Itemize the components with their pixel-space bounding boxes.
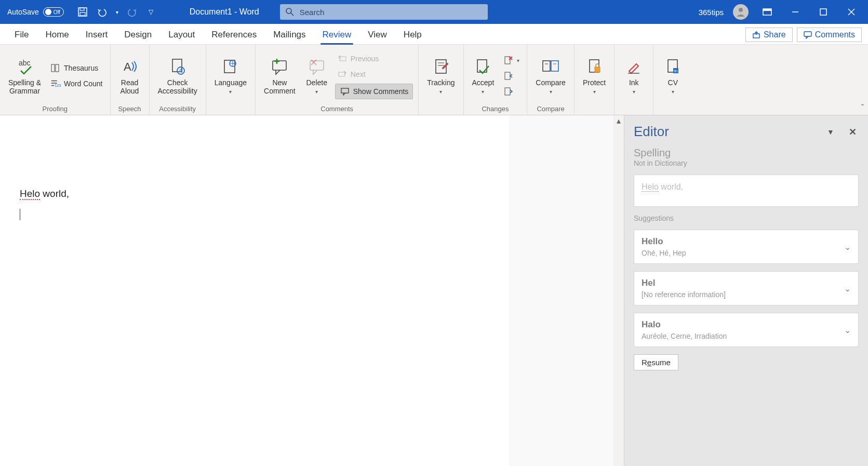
check-accessibility-button[interactable]: Check Accessibility: [155, 48, 201, 104]
read-aloud-label: Read Aloud: [121, 78, 139, 95]
spelling-grammar-button[interactable]: abc Spelling & Grammar: [5, 48, 44, 104]
spelling-error-word[interactable]: Helo: [20, 188, 40, 200]
new-comment-button[interactable]: New Comment: [261, 48, 299, 104]
document-line-2: [20, 209, 492, 223]
suggestion-item[interactable]: Hello Ohé, Hé, Hep ⌄: [634, 230, 859, 264]
chevron-down-icon[interactable]: ⌄: [844, 325, 851, 335]
editor-section-subtitle: Not in Dictionary: [634, 159, 859, 167]
autosave-toggle[interactable]: Off: [43, 7, 64, 17]
maximize-icon[interactable]: [814, 3, 833, 21]
cv-button[interactable]: in CV▾: [659, 48, 687, 104]
language-button[interactable]: Language▾: [211, 48, 250, 104]
previous-change-button[interactable]: [501, 70, 522, 82]
chevron-down-icon[interactable]: ⌄: [844, 284, 851, 294]
editor-pane: Editor ▼ ✕ Spelling Not in Dictionary He…: [624, 115, 868, 466]
tracking-button[interactable]: Tracking▾: [424, 48, 458, 104]
spelling-grammar-label: Spelling & Grammar: [8, 78, 41, 95]
suggestion-item[interactable]: Halo Auréole, Cerne, Irradiation ⌄: [634, 313, 859, 347]
suggestion-item[interactable]: Hel [No reference information] ⌄: [634, 271, 859, 305]
word-count-button[interactable]: 123 Word Count: [48, 77, 104, 90]
document-area[interactable]: Helo world,: [0, 115, 613, 466]
collapse-ribbon-icon[interactable]: ˆ: [861, 103, 864, 113]
svg-rect-9: [820, 9, 826, 15]
svg-rect-13: [804, 32, 811, 36]
document-line-1: Helo world,: [20, 188, 492, 199]
tab-review[interactable]: Review: [314, 25, 360, 44]
tab-mailings[interactable]: Mailings: [265, 25, 314, 44]
compare-label: Compare: [536, 78, 566, 87]
redo-icon[interactable]: [126, 6, 138, 18]
protect-button[interactable]: Protect▾: [580, 48, 609, 104]
check-accessibility-label: Check Accessibility: [158, 78, 197, 95]
cv-icon: in: [663, 57, 683, 76]
editor-pane-options-icon[interactable]: ▼: [824, 126, 837, 138]
read-aloud-button[interactable]: A Read Aloud: [116, 48, 144, 104]
tab-home[interactable]: Home: [37, 25, 77, 44]
close-icon[interactable]: [842, 3, 861, 21]
svg-point-23: [177, 67, 184, 74]
share-button[interactable]: Share: [745, 28, 793, 42]
reject-button[interactable]: ▾: [501, 54, 522, 66]
tab-help[interactable]: Help: [395, 25, 430, 44]
svg-rect-44: [505, 72, 510, 79]
show-comments-icon: [340, 86, 350, 97]
previous-comment-button[interactable]: Previous: [335, 52, 413, 65]
new-comment-label: New Comment: [264, 78, 296, 95]
editor-pane-close-icon[interactable]: ✕: [846, 126, 859, 138]
scroll-up-icon[interactable]: ▴: [615, 116, 623, 125]
svg-rect-47: [551, 61, 558, 71]
text-cursor: [20, 209, 20, 220]
accept-button[interactable]: Accept▾: [469, 48, 498, 104]
user-label: 365tips: [699, 8, 724, 17]
person-icon: [735, 6, 746, 18]
thesaurus-label: Thesaurus: [64, 64, 98, 72]
next-change-button[interactable]: [501, 85, 522, 98]
save-icon[interactable]: [76, 6, 89, 18]
comments-button[interactable]: Comments: [797, 28, 862, 42]
search-input[interactable]: Search: [280, 4, 488, 20]
ribbon-display-icon[interactable]: [758, 3, 777, 21]
delete-comment-icon: [307, 57, 327, 76]
chevron-down-icon[interactable]: ⌄: [844, 242, 851, 252]
qat-customize-icon[interactable]: ▽: [149, 8, 153, 16]
svg-rect-28: [273, 61, 286, 70]
show-comments-button[interactable]: Show Comments: [335, 84, 413, 99]
avatar[interactable]: [733, 4, 749, 20]
group-speech: A Read Aloud Speech: [111, 45, 150, 115]
reject-icon: [503, 55, 514, 65]
autosave-control[interactable]: AutoSave Off: [0, 7, 71, 17]
group-ink: Ink▾: [615, 45, 653, 115]
document-page[interactable]: Helo world,: [0, 115, 509, 466]
suggestion-meta: Auréole, Cerne, Irradiation: [642, 332, 844, 340]
tab-references[interactable]: References: [203, 25, 265, 44]
workspace: Helo world, ▴ Editor ▼ ✕ Spelling Not in…: [0, 115, 868, 466]
tab-view[interactable]: View: [359, 25, 395, 44]
thesaurus-button[interactable]: Thesaurus: [48, 62, 104, 74]
next-comment-button[interactable]: Next: [335, 68, 413, 81]
tab-layout[interactable]: Layout: [160, 25, 203, 44]
minimize-icon[interactable]: [786, 3, 805, 21]
language-label: Language: [215, 78, 247, 87]
tab-insert[interactable]: Insert: [77, 25, 116, 44]
compare-button[interactable]: Compare▾: [532, 48, 569, 104]
resume-button[interactable]: Resume: [634, 354, 678, 370]
svg-point-5: [739, 8, 743, 12]
undo-icon[interactable]: [96, 6, 109, 18]
group-comments: New Comment Delete▾ Previous Next Show C…: [256, 45, 419, 115]
ink-button[interactable]: Ink▾: [620, 48, 648, 104]
vertical-scrollbar[interactable]: ▴: [613, 115, 624, 466]
group-proofing: abc Spelling & Grammar Thesaurus 123 Wor…: [0, 45, 111, 115]
group-speech-label: Speech: [116, 104, 144, 114]
svg-rect-15: [51, 64, 55, 72]
editor-context-rest: world,: [659, 182, 683, 191]
delete-comment-button[interactable]: Delete▾: [303, 48, 331, 104]
group-compare: Compare▾ Compare: [527, 45, 575, 115]
svg-rect-0: [78, 8, 87, 16]
undo-dropdown-icon[interactable]: ▾: [116, 9, 118, 15]
tab-design[interactable]: Design: [116, 25, 160, 44]
chevron-down-icon: ▾: [672, 89, 674, 95]
ribbon: abc Spelling & Grammar Thesaurus 123 Wor…: [0, 45, 868, 115]
show-comments-label: Show Comments: [353, 87, 409, 96]
tracking-label: Tracking: [427, 78, 455, 87]
tab-file[interactable]: File: [6, 25, 37, 44]
